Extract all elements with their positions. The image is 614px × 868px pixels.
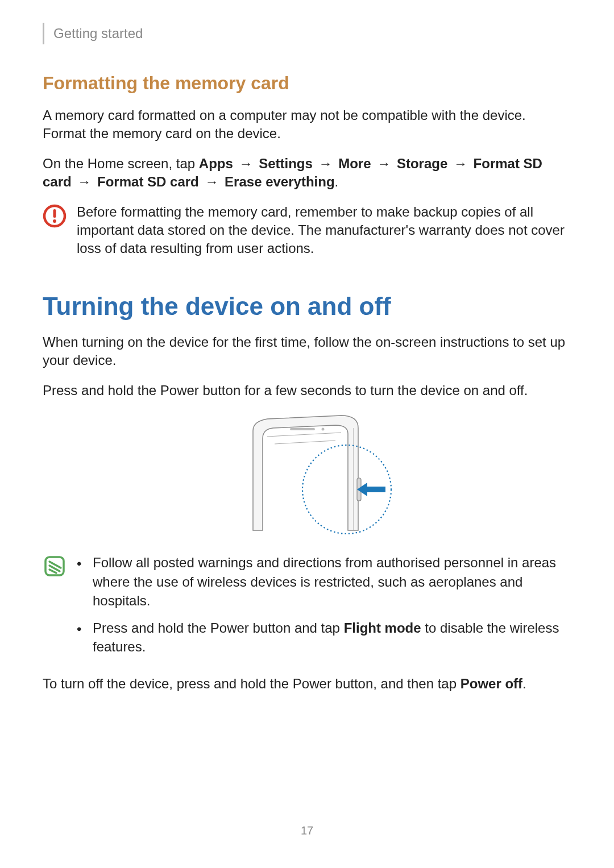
list-item-text: Follow all posted warnings and direction… [93,553,571,610]
header-rule [43,23,44,44]
nav-step: Settings [259,156,313,171]
svg-rect-1 [53,209,56,218]
nav-step: Storage [397,156,447,171]
list-item: •Follow all posted warnings and directio… [77,553,571,610]
arrow-icon: → [313,156,338,171]
nav-path-paragraph: On the Home screen, tap Apps → Settings … [43,155,571,192]
arrow-icon: → [447,156,473,171]
warning-text: Before formatting the memory card, remem… [77,203,571,258]
nav-step: More [338,156,371,171]
warning-block: Before formatting the memory card, remem… [43,203,571,258]
list-item-text: Press and hold the Power button and tap … [93,618,571,657]
svg-rect-3 [290,428,315,430]
svg-point-2 [53,219,56,223]
running-header: Getting started [43,23,571,44]
nav-step: Apps [199,156,233,171]
note-block: •Follow all posted warnings and directio… [43,553,571,665]
paragraph: When turning on the device for the first… [43,333,571,370]
nav-step: Format SD card [97,174,199,189]
svg-point-4 [322,427,325,430]
section-name: Getting started [53,26,143,41]
arrow-icon: → [371,156,397,171]
arrow-icon: → [233,156,259,171]
subheading-formatting: Formatting the memory card [43,73,571,94]
caution-icon [43,204,67,230]
page-number: 17 [0,824,614,837]
arrow-icon: → [199,174,225,189]
list-item: •Press and hold the Power button and tap… [77,618,571,657]
bullet-icon: • [77,553,93,610]
note-list: •Follow all posted warnings and directio… [77,553,571,665]
bullet-icon: • [77,618,93,657]
paragraph: Press and hold the Power button for a fe… [43,381,571,400]
arrow-icon: → [72,174,97,189]
nav-step: Erase everything [225,174,334,189]
note-icon [43,554,67,580]
device-figure [43,411,571,536]
paragraph: To turn off the device, press and hold t… [43,675,571,693]
paragraph: A memory card formatted on a computer ma… [43,106,571,143]
heading-turning-device: Turning the device on and off [43,292,571,321]
